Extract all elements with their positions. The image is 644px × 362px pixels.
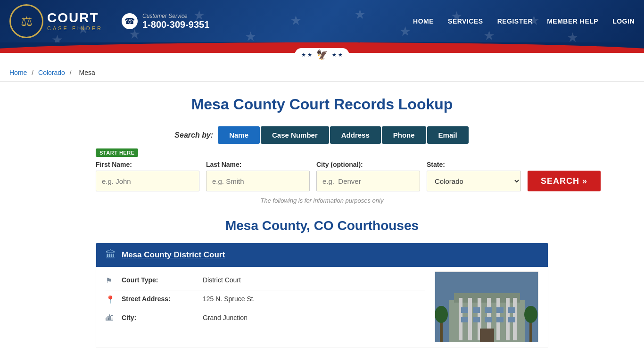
svg-rect-16 bbox=[473, 317, 480, 322]
customer-service: ☎ Customer Service 1-800-309-9351 bbox=[122, 13, 209, 30]
svg-rect-13 bbox=[496, 307, 504, 313]
first-name-label: First Name: bbox=[96, 161, 199, 168]
eagle-icon: 🦅 bbox=[316, 49, 328, 60]
search-by-label: Search by: bbox=[174, 131, 213, 140]
wave-divider: ★ ★ 🦅 ★ ★ bbox=[0, 42, 644, 53]
info-row-city: 🏙 City: Grand Junction bbox=[106, 309, 425, 327]
city-value: Grand Junction bbox=[203, 314, 248, 321]
courthouse-photo bbox=[435, 272, 538, 342]
search-button[interactable]: SEARCH » bbox=[528, 171, 601, 191]
breadcrumb-sep-2: / bbox=[70, 69, 74, 76]
breadcrumb-county: Mesa bbox=[79, 69, 95, 76]
address-label: Street Address: bbox=[122, 295, 197, 303]
tab-email[interactable]: Email bbox=[427, 126, 469, 144]
tab-address[interactable]: Address bbox=[330, 126, 381, 144]
nav-login[interactable]: LOGIN bbox=[612, 17, 635, 25]
search-form: First Name: Last Name: City (optional): … bbox=[96, 161, 548, 191]
main-content: Mesa County Court Records Lookup Search … bbox=[86, 82, 558, 362]
info-row-address: 📍 Street Address: 125 N. Spruce St. bbox=[106, 290, 425, 309]
address-icon: 📍 bbox=[106, 295, 116, 304]
site-header: ★ ★ ★ ★ ★ ★ ★ ★ ★ ★ ★ ★ ★ COURT CASE FIN… bbox=[0, 0, 644, 42]
svg-rect-18 bbox=[496, 317, 504, 322]
svg-rect-14 bbox=[508, 307, 515, 313]
cs-text-block: Customer Service 1-800-309-9351 bbox=[142, 13, 209, 30]
nav-register[interactable]: REGISTER bbox=[497, 17, 533, 25]
eagle-badge: ★ ★ 🦅 ★ ★ bbox=[295, 48, 349, 61]
svg-rect-17 bbox=[485, 317, 492, 322]
start-here-badge: START HERE bbox=[96, 148, 548, 161]
city-label: City (optional): bbox=[316, 161, 420, 168]
courthouses-section-title: Mesa County, CO Courthouses bbox=[96, 218, 548, 233]
svg-point-22 bbox=[435, 306, 448, 323]
court-type-value: District Court bbox=[203, 276, 241, 284]
logo-sub-text: CASE FINDER bbox=[47, 25, 103, 31]
city-label-info: City: bbox=[122, 314, 197, 321]
tab-case-number[interactable]: Case Number bbox=[261, 126, 329, 144]
cs-number: 1-800-309-9351 bbox=[142, 19, 209, 30]
breadcrumb-state[interactable]: Colorado bbox=[38, 69, 65, 76]
court-type-icon: ⚑ bbox=[106, 276, 116, 285]
last-name-group: Last Name: bbox=[206, 161, 310, 191]
last-name-label: Last Name: bbox=[206, 161, 310, 168]
logo-emblem bbox=[9, 4, 43, 38]
first-name-group: First Name: bbox=[96, 161, 199, 191]
info-row-type: ⚑ Court Type: District Court bbox=[106, 272, 425, 290]
page-title: Mesa County Court Records Lookup bbox=[96, 96, 548, 113]
courthouse-card: 🏛 Mesa County District Court ⚑ Court Typ… bbox=[96, 243, 548, 347]
state-label: State: bbox=[427, 161, 521, 168]
logo-court-text: COURT bbox=[47, 11, 103, 25]
svg-rect-20 bbox=[480, 329, 494, 342]
star-left: ★ ★ bbox=[301, 52, 312, 58]
svg-rect-4 bbox=[468, 298, 472, 340]
svg-rect-15 bbox=[461, 317, 468, 322]
cs-label: Customer Service bbox=[142, 13, 209, 19]
state-group: State: Colorado Alabama Alaska Arizona bbox=[427, 161, 521, 191]
city-icon: 🏙 bbox=[106, 314, 116, 322]
nav-home[interactable]: HOME bbox=[413, 17, 434, 25]
site-logo[interactable]: COURT CASE FINDER bbox=[9, 4, 103, 38]
phone-icon: ☎ bbox=[122, 13, 138, 29]
state-select[interactable]: Colorado Alabama Alaska Arizona bbox=[427, 171, 521, 191]
logo-text: COURT CASE FINDER bbox=[47, 11, 103, 31]
city-group: City (optional): bbox=[316, 161, 420, 191]
star-right: ★ ★ bbox=[332, 52, 343, 58]
tab-name[interactable]: Name bbox=[218, 126, 260, 144]
svg-rect-19 bbox=[508, 317, 515, 322]
courthouse-photo-svg bbox=[435, 272, 538, 342]
start-here-text: START HERE bbox=[96, 148, 138, 157]
svg-point-24 bbox=[524, 306, 537, 323]
address-value: 125 N. Spruce St. bbox=[203, 295, 255, 303]
svg-rect-10 bbox=[461, 307, 468, 313]
first-name-input[interactable] bbox=[96, 171, 199, 191]
info-note: The following is for information purpose… bbox=[96, 197, 548, 204]
svg-rect-12 bbox=[485, 307, 492, 313]
tab-phone[interactable]: Phone bbox=[382, 126, 426, 144]
courthouse-info: ⚑ Court Type: District Court 📍 Street Ad… bbox=[106, 267, 425, 347]
breadcrumb-sep-1: / bbox=[32, 69, 35, 76]
court-type-label: Court Type: bbox=[122, 276, 197, 284]
nav-member-help[interactable]: MEMBER HELP bbox=[547, 17, 598, 25]
search-tabs-row: Search by: Name Case Number Address Phon… bbox=[96, 126, 548, 144]
city-input[interactable] bbox=[316, 171, 420, 191]
courthouse-icon: 🏛 bbox=[106, 249, 116, 261]
nav-services[interactable]: SERVICES bbox=[448, 17, 483, 25]
svg-rect-11 bbox=[473, 307, 480, 313]
courthouse-header: 🏛 Mesa County District Court bbox=[96, 243, 548, 267]
courthouse-name-link[interactable]: Mesa County District Court bbox=[122, 250, 225, 260]
last-name-input[interactable] bbox=[206, 171, 310, 191]
courthouse-body: ⚑ Court Type: District Court 📍 Street Ad… bbox=[96, 267, 548, 347]
top-nav: HOME SERVICES REGISTER MEMBER HELP LOGIN bbox=[413, 17, 635, 25]
breadcrumb-home[interactable]: Home bbox=[9, 69, 27, 76]
breadcrumb-bar: Home / Colorado / Mesa bbox=[0, 64, 644, 82]
